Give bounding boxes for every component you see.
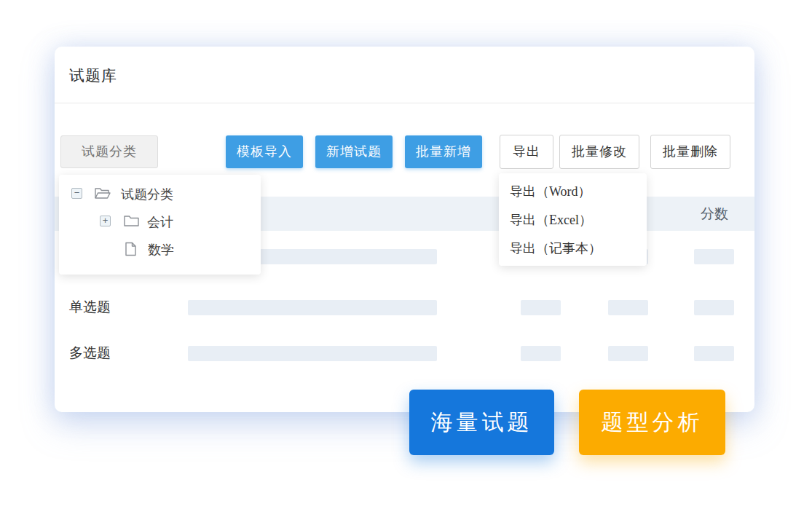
- tree-node-math[interactable]: 数学: [59, 235, 261, 263]
- question-type-analysis-button[interactable]: 题型分析: [579, 390, 725, 455]
- placeholder-cell: [608, 346, 648, 361]
- batch-delete-button[interactable]: 批量删除: [650, 135, 730, 169]
- file-icon: [125, 242, 137, 256]
- page-title: 试题库: [69, 66, 117, 86]
- tree-node-label[interactable]: 会计: [147, 213, 173, 231]
- category-filter-button[interactable]: 试题分类: [60, 135, 158, 168]
- tree-node-root[interactable]: − 试题分类: [59, 180, 261, 208]
- placeholder-bar: [188, 300, 437, 315]
- tree-node-accounting[interactable]: + 会计: [59, 208, 261, 235]
- placeholder-cell: [694, 249, 734, 264]
- row-label-single-choice: 单选题: [69, 298, 111, 317]
- export-notepad-item[interactable]: 导出（记事本）: [499, 234, 647, 263]
- template-import-button[interactable]: 模板导入: [226, 135, 303, 168]
- category-tree-dropdown: − 试题分类 + 会计: [59, 175, 261, 275]
- batch-add-button[interactable]: 批量新增: [405, 135, 482, 168]
- placeholder-cell: [608, 300, 648, 315]
- export-word-item[interactable]: 导出（Word）: [499, 178, 647, 206]
- export-dropdown-menu: 导出（Word） 导出（Excel） 导出（记事本）: [499, 173, 647, 266]
- folder-closed-icon: [123, 214, 140, 228]
- score-column-header: 分数: [701, 197, 728, 231]
- tree-node-label[interactable]: 试题分类: [121, 186, 173, 203]
- expand-expander[interactable]: +: [100, 216, 111, 226]
- placeholder-cell: [694, 346, 734, 361]
- placeholder-cell: [521, 300, 561, 315]
- export-excel-item[interactable]: 导出（Excel）: [499, 206, 647, 234]
- placeholder-cell: [694, 300, 734, 315]
- header-divider: [55, 103, 754, 103]
- massive-questions-button[interactable]: 海量试题: [409, 390, 554, 455]
- page: 试题库 试题分类 模板导入 新增试题 批量新增 导出 批量修改 批量删除 分数 …: [0, 0, 812, 509]
- placeholder-cell: [521, 346, 561, 361]
- placeholder-bar: [188, 346, 437, 361]
- batch-edit-button[interactable]: 批量修改: [559, 135, 639, 169]
- export-button[interactable]: 导出: [500, 135, 553, 169]
- collapse-expander[interactable]: −: [71, 188, 82, 199]
- row-label-multi-choice: 多选题: [69, 344, 111, 363]
- add-question-button[interactable]: 新增试题: [315, 135, 393, 168]
- tree-node-label[interactable]: 数学: [148, 241, 174, 259]
- folder-open-icon: [94, 186, 111, 200]
